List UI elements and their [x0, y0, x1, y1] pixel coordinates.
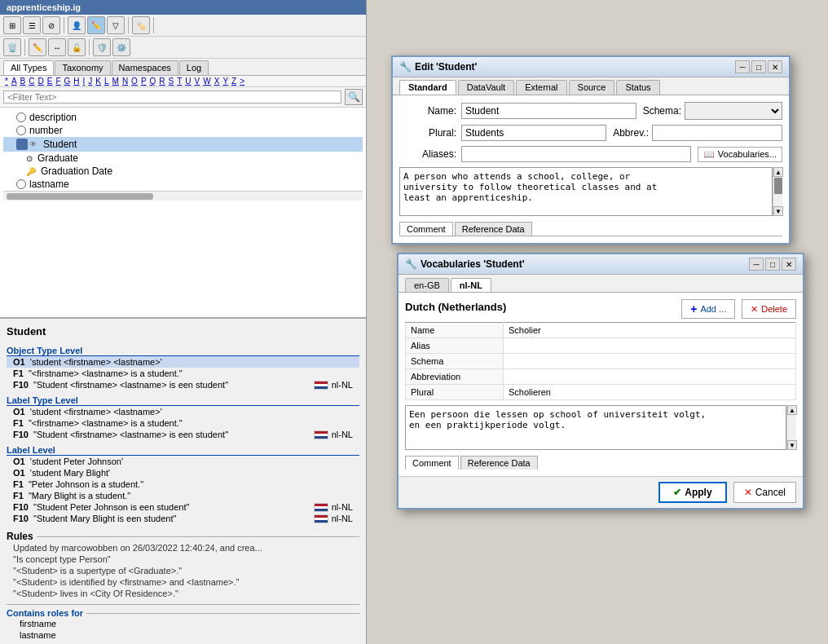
- delete-button[interactable]: ✕ Delete: [742, 299, 796, 319]
- edit-dialog-close[interactable]: ✕: [768, 60, 782, 73]
- toolbar-tag-btn[interactable]: 🏷️: [132, 16, 150, 34]
- toolbar-list-btn[interactable]: ☰: [23, 16, 41, 34]
- tab-datavault[interactable]: DataVault: [458, 80, 515, 95]
- tree-item-number[interactable]: number: [3, 124, 363, 137]
- tab-all-types[interactable]: All Types: [3, 60, 54, 75]
- edit-tab-comment[interactable]: Comment: [399, 222, 453, 236]
- edit-dialog-maximize[interactable]: □: [751, 60, 766, 73]
- detail-row-ll-f1-1[interactable]: F1 "Peter Johnson is a student.": [7, 479, 359, 490]
- detail-row-o1-label[interactable]: O1 'student <firstname> <lastname>': [7, 406, 359, 417]
- toolbar-filter-btn[interactable]: ▽: [107, 16, 125, 34]
- detail-row-f1-object[interactable]: F1 "<firstname> <lastname> is a student.…: [7, 368, 359, 379]
- scroll-up-arrow[interactable]: ▲: [773, 167, 783, 177]
- toolbar-move-btn[interactable]: ↔️: [48, 38, 66, 56]
- scroll-down-arrow[interactable]: ▼: [773, 206, 783, 216]
- lang-tab-nl-nl[interactable]: nl-NL: [451, 278, 491, 292]
- detail-row-f1-label[interactable]: F1 "<firstname> <lastname> is a student.…: [7, 417, 359, 429]
- detail-row-o1-object[interactable]: O1 'student <firstname> <lastname>': [7, 356, 359, 368]
- detail-row-f10-object[interactable]: F10 "Student <firstname> <lastname> is e…: [7, 379, 359, 390]
- alpha-L[interactable]: L: [103, 77, 111, 86]
- vocab-dialog-minimize[interactable]: ─: [749, 258, 764, 271]
- vocab-value-plural[interactable]: Scholieren: [504, 385, 796, 400]
- alpha-A[interactable]: A: [10, 77, 19, 86]
- alpha-star[interactable]: *: [3, 77, 10, 86]
- detail-row-ll-o1-1[interactable]: O1 'student Peter Johnson': [7, 456, 359, 467]
- alpha-J[interactable]: J: [86, 77, 94, 86]
- alpha-X[interactable]: X: [213, 77, 222, 86]
- toolbar-shield-btn[interactable]: 🛡️: [93, 38, 111, 56]
- alpha-F[interactable]: F: [54, 77, 62, 86]
- name-input[interactable]: [461, 103, 636, 119]
- tree-item-description[interactable]: description: [3, 111, 363, 124]
- alpha-O[interactable]: O: [130, 77, 139, 86]
- alpha-Y[interactable]: Y: [221, 77, 230, 86]
- alpha-M[interactable]: M: [111, 77, 121, 86]
- tab-source[interactable]: Source: [569, 80, 615, 95]
- vocabularies-button[interactable]: 📖 Vocabularies...: [698, 147, 782, 162]
- alpha-T[interactable]: T: [175, 77, 183, 86]
- vocab-scroll-up[interactable]: ▲: [787, 405, 797, 415]
- tab-log[interactable]: Log: [179, 60, 209, 75]
- toolbar-pencil-btn[interactable]: ✏️: [87, 16, 105, 34]
- tree-item-student[interactable]: 👁 Student: [3, 137, 363, 152]
- edit-comment-scrollbar[interactable]: ▲ ▼: [773, 167, 782, 216]
- detail-row-ll-f10-1[interactable]: F10 "Student Peter Johnson is een studen…: [7, 501, 359, 513]
- filter-input[interactable]: [3, 90, 341, 104]
- vocab-value-abbrev[interactable]: [504, 369, 796, 385]
- alpha-K[interactable]: K: [94, 77, 103, 86]
- vocab-dialog-close[interactable]: ✕: [782, 258, 796, 271]
- alpha-Q[interactable]: Q: [148, 77, 158, 86]
- edit-dialog-minimize[interactable]: ─: [735, 60, 750, 73]
- detail-row-f10-label[interactable]: F10 "Student <firstname> <lastname> is e…: [7, 429, 359, 440]
- tree-item-graduate[interactable]: ⊙ Graduate: [3, 152, 363, 165]
- vocab-tab-comment[interactable]: Comment: [405, 456, 459, 470]
- alpha-I[interactable]: I: [81, 77, 87, 86]
- vocab-dialog-maximize[interactable]: □: [765, 258, 780, 271]
- alpha-V[interactable]: V: [193, 77, 202, 86]
- tab-namespaces[interactable]: Namespaces: [112, 60, 178, 75]
- vocab-value-schema[interactable]: [504, 354, 796, 369]
- toolbar-person-btn[interactable]: 👤: [68, 16, 86, 34]
- alpha-W[interactable]: W: [201, 77, 212, 86]
- detail-row-ll-o1-2[interactable]: O1 'student Mary Blight': [7, 467, 359, 479]
- edit-comment-area[interactable]: A person who attends a school, college, …: [399, 167, 773, 216]
- horizontal-scrollbar[interactable]: [3, 191, 363, 201]
- tab-external[interactable]: External: [516, 80, 566, 95]
- role-firstname[interactable]: firstname: [7, 618, 359, 629]
- cancel-button[interactable]: ✕ Cancel: [733, 482, 796, 503]
- toolbar-settings-btn[interactable]: ⚙️: [112, 38, 130, 56]
- toolbar-grid-btn[interactable]: ⊞: [3, 16, 21, 34]
- alpha-Z[interactable]: Z: [230, 77, 238, 86]
- alpha-B[interactable]: B: [19, 77, 28, 86]
- vocab-comment-scrollbar[interactable]: ▲ ▼: [786, 405, 796, 450]
- toolbar-lock-btn[interactable]: 🔓: [68, 38, 86, 56]
- tab-standard[interactable]: Standard: [399, 80, 456, 95]
- tree-item-lastname[interactable]: lastname: [3, 178, 363, 191]
- role-lastname[interactable]: lastname: [7, 629, 359, 641]
- alpha-H[interactable]: H: [72, 77, 81, 86]
- apply-button[interactable]: ✔ Apply: [658, 482, 726, 503]
- h-scroll-thumb[interactable]: [7, 193, 153, 200]
- abbrev-input[interactable]: [652, 125, 782, 141]
- vocab-value-alias[interactable]: [504, 338, 796, 354]
- aliases-input[interactable]: [461, 146, 691, 162]
- detail-row-ll-f10-2[interactable]: F10 "Student Mary Blight is een student"…: [7, 513, 359, 524]
- detail-row-ll-f1-2[interactable]: F1 "Mary Blight is a student.": [7, 490, 359, 501]
- vocab-tab-reference-data[interactable]: Reference Data: [460, 456, 538, 470]
- toolbar-delete-btn[interactable]: 🗑️: [3, 38, 21, 56]
- toolbar-edit2-btn[interactable]: ✏️: [29, 38, 46, 56]
- plural-input[interactable]: [461, 125, 606, 141]
- alpha-G[interactable]: G: [63, 77, 73, 86]
- alpha-D[interactable]: D: [36, 77, 45, 86]
- lang-tab-en-gb[interactable]: en-GB: [405, 278, 449, 292]
- alpha-P[interactable]: P: [139, 77, 148, 86]
- tab-taxonomy[interactable]: Taxonomy: [55, 60, 110, 75]
- edit-tab-reference-data[interactable]: Reference Data: [455, 222, 532, 236]
- vocab-comment-area[interactable]: Een persoon die lessen op school of univ…: [405, 405, 786, 450]
- alpha-S[interactable]: S: [167, 77, 176, 86]
- toolbar-circle-btn[interactable]: ⊘: [42, 16, 60, 34]
- schema-select[interactable]: [685, 102, 782, 120]
- vocab-scroll-down[interactable]: ▼: [787, 440, 797, 450]
- search-button[interactable]: 🔍: [345, 89, 363, 105]
- tab-status[interactable]: Status: [616, 80, 659, 95]
